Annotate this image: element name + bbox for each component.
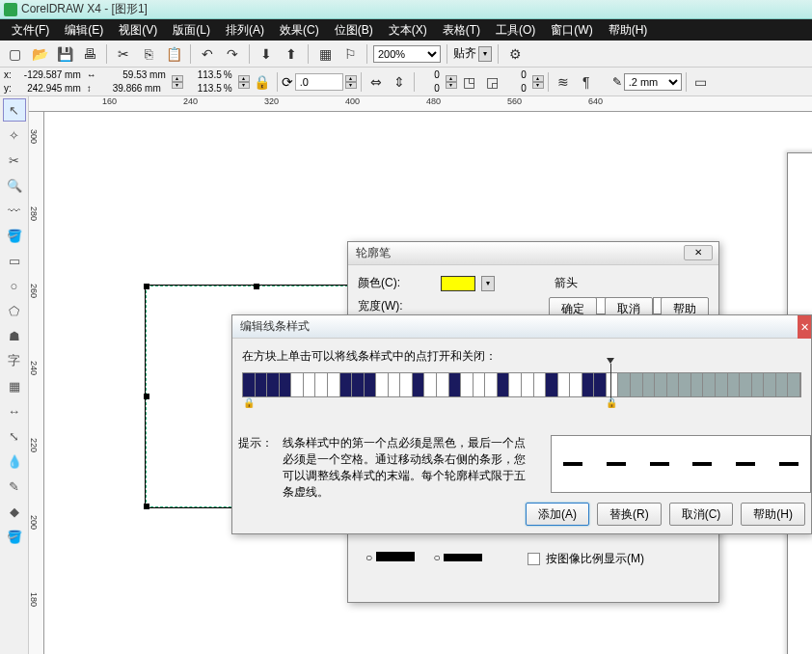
b-input[interactable]	[419, 83, 440, 94]
size-coords: ↔ ↕	[87, 68, 166, 95]
rotation-input[interactable]	[295, 73, 343, 91]
to-curve-button[interactable]: ≋	[553, 71, 574, 93]
outline-tool[interactable]: ✎	[3, 475, 26, 498]
add-button[interactable]: 添加(A)	[526, 503, 589, 526]
app-icon	[4, 3, 17, 16]
corner-icon[interactable]: ◳	[459, 71, 480, 93]
eyedropper-tool[interactable]: 💧	[3, 450, 26, 473]
table-tool[interactable]: ▦	[3, 374, 26, 397]
width-label: 宽度(W):	[358, 298, 403, 314]
menu-view[interactable]: 视图(V)	[111, 22, 165, 39]
tip-text: 线条样式中的第一个点必须是黑色，最后一个点必须是一个空格。通过移动线条右侧的条形…	[283, 435, 528, 501]
dimension-tool[interactable]: ↔	[3, 399, 26, 422]
menu-help[interactable]: 帮助(H)	[601, 22, 656, 39]
width-input[interactable]	[98, 69, 166, 80]
interactive-fill-tool[interactable]: 🪣	[3, 525, 26, 548]
pattern-editor[interactable]: 🔒 🔒	[242, 372, 801, 397]
new-button[interactable]: ▢	[4, 43, 25, 65]
pen-icon: ✎	[612, 75, 622, 89]
smart-fill-tool[interactable]: 🪣	[3, 224, 26, 247]
lock-start-icon: 🔒	[243, 397, 255, 408]
size-spinner[interactable]: ▴▾	[172, 75, 183, 89]
tip-label: 提示：	[238, 435, 273, 501]
polygon-tool[interactable]: ⬠	[3, 299, 26, 322]
menu-effects[interactable]: 效果(C)	[272, 22, 327, 39]
menu-bitmap[interactable]: 位图(B)	[327, 22, 381, 39]
outline-close-button[interactable]: ✕	[684, 245, 713, 260]
outline-dialog-title[interactable]: 轮廓笔	[348, 242, 718, 265]
outline-width-select[interactable]: .2 mm	[624, 73, 682, 91]
undo-button[interactable]: ↶	[197, 43, 218, 65]
lock-ratio-button[interactable]: 🔒	[252, 71, 273, 93]
extra-button[interactable]: ▭	[690, 71, 712, 93]
color-dropdown[interactable]: ▾	[481, 276, 495, 291]
menu-window[interactable]: 窗口(W)	[543, 22, 600, 39]
menu-layout[interactable]: 版面(L)	[165, 22, 218, 39]
scale-x-input[interactable]	[185, 69, 222, 80]
zoom-tool[interactable]: 🔍	[3, 174, 26, 197]
line-style-close-button[interactable]: ✕	[798, 315, 811, 339]
horizontal-ruler[interactable]: 160 240 320 400 480 560 640	[29, 96, 812, 112]
scale-y-input[interactable]	[185, 83, 222, 94]
scale-coords: % %	[185, 68, 232, 95]
arrow-label: 箭头	[555, 275, 578, 291]
welcome-button[interactable]: ⚐	[339, 43, 361, 65]
export-button[interactable]: ⬆	[281, 43, 302, 65]
rectangle-tool[interactable]: ▭	[3, 249, 26, 272]
snap-label[interactable]: 贴齐	[453, 45, 476, 62]
options-button[interactable]: ⚙	[504, 43, 526, 65]
menu-file[interactable]: 文件(F)	[4, 22, 57, 39]
copy-button[interactable]: ⎘	[138, 43, 159, 65]
connector-tool[interactable]: ⤡	[3, 424, 26, 448]
x-input[interactable]	[14, 69, 81, 80]
help-button[interactable]: 帮助(H)	[741, 503, 805, 526]
c-input[interactable]	[505, 69, 527, 80]
title-bar: CorelDRAW X4 - [图形1]	[0, 0, 812, 19]
freehand-tool[interactable]: 〰	[3, 199, 26, 222]
ellipse-tool[interactable]: ○	[3, 274, 26, 297]
menu-arrange[interactable]: 排列(A)	[218, 22, 272, 39]
save-button[interactable]: 💾	[54, 43, 75, 65]
menu-table[interactable]: 表格(T)	[435, 22, 488, 39]
replace-button[interactable]: 替换(R)	[597, 503, 662, 526]
crop-tool[interactable]: ✂	[3, 149, 26, 172]
scale-spinner[interactable]: ▴▾	[238, 75, 250, 89]
app-title: CorelDRAW X4 - [图形1]	[21, 1, 148, 17]
y-input[interactable]	[14, 83, 81, 94]
ratio-label: 按图像比例显示(M)	[546, 551, 644, 567]
cut-button[interactable]: ✂	[113, 43, 134, 65]
ratio-checkbox[interactable]	[528, 553, 540, 565]
vertical-ruler[interactable]: 300 280 260 240 220 200 180	[29, 112, 44, 654]
menu-bar: 文件(F) 编辑(E) 视图(V) 版面(L) 排列(A) 效果(C) 位图(B…	[0, 19, 812, 41]
zoom-select[interactable]: 200%	[373, 45, 441, 63]
corner2-icon[interactable]: ◲	[482, 71, 503, 93]
lock-end-icon: 🔒	[606, 397, 617, 408]
menu-text[interactable]: 文本(X)	[381, 22, 435, 39]
open-button[interactable]: 📂	[29, 43, 50, 65]
text-tool[interactable]: 字	[3, 349, 26, 372]
d-input[interactable]	[505, 83, 527, 94]
height-input[interactable]	[94, 83, 161, 94]
instruction-text: 在方块上单击可以将线条样式中的点打开和关闭：	[242, 348, 801, 365]
a-input[interactable]	[419, 69, 440, 80]
import-button[interactable]: ⬇	[256, 43, 277, 65]
pick-tool[interactable]: ↖	[3, 98, 26, 122]
color-swatch[interactable]	[441, 276, 475, 291]
paste-button[interactable]: 📋	[163, 43, 184, 65]
basic-shapes-tool[interactable]: ☗	[3, 324, 26, 347]
redo-button[interactable]: ↷	[222, 43, 243, 65]
mirror-v-button[interactable]: ⇕	[389, 71, 410, 93]
rotation-spinner[interactable]: ▴▾	[345, 75, 357, 89]
menu-tools[interactable]: 工具(O)	[488, 22, 543, 39]
wrap-text-button[interactable]: ¶	[576, 71, 597, 93]
mirror-h-button[interactable]: ⇔	[365, 71, 387, 93]
fill-tool[interactable]: ◆	[3, 500, 26, 523]
cancel-button[interactable]: 取消(C)	[669, 503, 734, 526]
snap-dropdown[interactable]: ▾	[478, 46, 492, 62]
color-label: 颜色(C):	[358, 275, 400, 291]
menu-edit[interactable]: 编辑(E)	[57, 22, 111, 39]
print-button[interactable]: 🖶	[79, 43, 100, 65]
line-style-title[interactable]: 编辑线条样式	[232, 315, 811, 339]
app-launcher-button[interactable]: ▦	[314, 43, 336, 65]
shape-tool[interactable]: ✧	[3, 123, 26, 147]
